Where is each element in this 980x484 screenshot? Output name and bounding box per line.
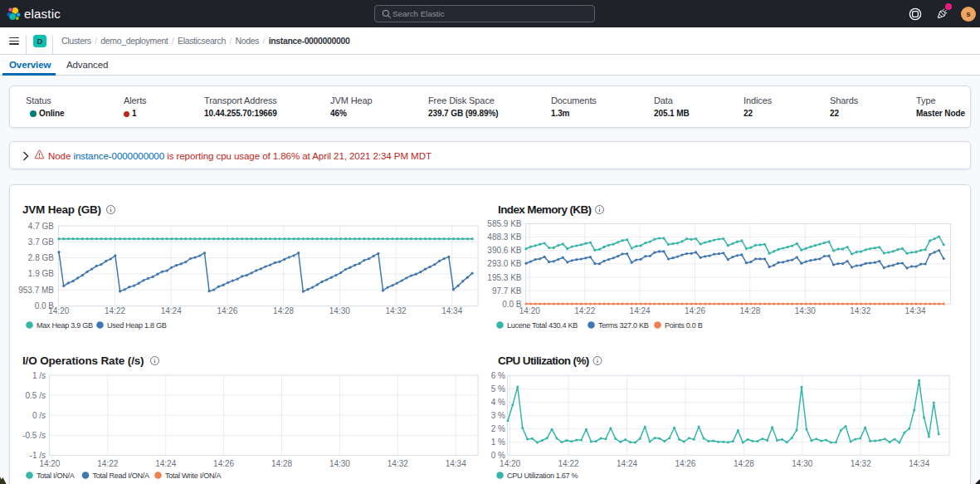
svg-text:14:22: 14:22: [97, 459, 118, 468]
svg-text:6 %: 6 %: [491, 371, 505, 380]
svg-text:1 %: 1 %: [491, 438, 505, 447]
svg-text:488.3 KB: 488.3 KB: [487, 232, 521, 242]
svg-text:14:20: 14:20: [39, 459, 60, 468]
svg-text:14:34: 14:34: [909, 459, 929, 468]
svg-text:1.9 GB: 1.9 GB: [28, 269, 54, 278]
svg-text:Total Read I/ON/A: Total Read I/ON/A: [93, 472, 150, 480]
svg-text:I/O Operations Rate (/s): I/O Operations Rate (/s): [22, 354, 144, 367]
svg-text:Points 0.0 B: Points 0.0 B: [665, 321, 703, 330]
svg-text:14:22: 14:22: [105, 306, 125, 315]
svg-text:585.9 KB: 585.9 KB: [487, 219, 521, 228]
svg-text:14:26: 14:26: [685, 306, 705, 315]
svg-text:14:28: 14:28: [734, 459, 754, 468]
svg-text:-0.5 /s: -0.5 /s: [22, 431, 46, 440]
svg-text:14:20: 14:20: [48, 306, 69, 315]
svg-text:14:20: 14:20: [519, 306, 540, 315]
svg-text:14:30: 14:30: [792, 459, 812, 468]
svg-text:14:32: 14:32: [388, 459, 408, 468]
svg-text:CPU Utilization 1.67 %: CPU Utilization 1.67 %: [507, 472, 578, 480]
svg-text:Total Write I/ON/A: Total Write I/ON/A: [165, 472, 222, 480]
svg-text:14:34: 14:34: [446, 459, 466, 468]
svg-text:3 %: 3 %: [491, 411, 505, 420]
svg-text:14:28: 14:28: [273, 306, 294, 315]
svg-text:14:28: 14:28: [271, 459, 292, 468]
svg-text:293.0 KB: 293.0 KB: [487, 259, 521, 268]
svg-text:14:26: 14:26: [675, 459, 695, 468]
svg-text:953.7 MB: 953.7 MB: [18, 286, 54, 295]
svg-text:4 %: 4 %: [491, 398, 505, 407]
svg-text:14:26: 14:26: [217, 306, 237, 315]
svg-text:390.6 KB: 390.6 KB: [487, 246, 521, 255]
svg-text:14:22: 14:22: [574, 306, 595, 315]
svg-text:14:20: 14:20: [500, 459, 520, 468]
svg-text:195.3 KB: 195.3 KB: [487, 273, 521, 282]
svg-text:Lucene Total 430.4 KB: Lucene Total 430.4 KB: [507, 321, 578, 330]
svg-text:5 %: 5 %: [491, 384, 505, 394]
svg-text:JVM Heap (GB): JVM Heap (GB): [22, 203, 101, 216]
svg-text:Terms 327.0 KB: Terms 327.0 KB: [598, 321, 649, 330]
svg-text:CPU Utilization (%): CPU Utilization (%): [498, 354, 589, 367]
svg-text:14:34: 14:34: [905, 306, 926, 315]
svg-text:14:30: 14:30: [795, 306, 816, 315]
svg-text:Max Heap 3.9 GB: Max Heap 3.9 GB: [37, 321, 93, 330]
svg-text:Index Memory (KB): Index Memory (KB): [498, 203, 592, 216]
svg-text:0.5 /s: 0.5 /s: [26, 391, 46, 400]
svg-text:14:24: 14:24: [161, 306, 182, 315]
svg-text:14:32: 14:32: [385, 306, 406, 315]
svg-text:1 /s: 1 /s: [32, 371, 46, 380]
svg-text:Used Heap 1.8 GB: Used Heap 1.8 GB: [107, 321, 167, 330]
svg-text:14:30: 14:30: [329, 459, 350, 468]
svg-text:3.7 GB: 3.7 GB: [28, 237, 54, 247]
svg-text:0 /s: 0 /s: [32, 411, 46, 420]
svg-text:14:24: 14:24: [155, 459, 176, 468]
svg-text:14:28: 14:28: [739, 306, 760, 315]
svg-text:97.7 KB: 97.7 KB: [492, 286, 522, 296]
svg-text:4.7 GB: 4.7 GB: [28, 222, 54, 231]
svg-text:14:30: 14:30: [329, 306, 350, 315]
svg-text:14:26: 14:26: [213, 459, 234, 468]
svg-text:14:24: 14:24: [630, 306, 651, 315]
svg-text:14:24: 14:24: [617, 459, 637, 468]
svg-text:14:34: 14:34: [441, 306, 462, 315]
svg-text:14:22: 14:22: [558, 459, 578, 468]
svg-text:14:32: 14:32: [851, 459, 871, 468]
svg-text:Total I/ON/A: Total I/ON/A: [37, 472, 76, 480]
svg-text:2 %: 2 %: [491, 424, 505, 433]
svg-text:14:32: 14:32: [850, 306, 870, 315]
svg-text:2.8 GB: 2.8 GB: [28, 253, 54, 262]
